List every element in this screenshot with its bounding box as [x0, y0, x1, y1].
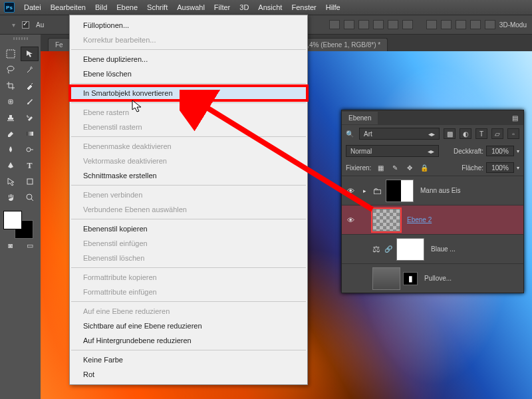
menu-item[interactable]: Ebene duplizieren... [70, 52, 307, 66]
layer-row[interactable]: 👁Ebene 2 [342, 205, 523, 234]
eyedropper-tool[interactable] [21, 78, 39, 93]
menu-filter[interactable]: Filter [214, 3, 230, 11]
mask-thumbnail[interactable]: ▮ [403, 272, 418, 285]
3d-icon-3[interactable] [456, 20, 466, 29]
svg-rect-0 [7, 50, 15, 58]
layer-name[interactable]: Pullove... [422, 275, 521, 282]
filter-pixel-icon[interactable]: ▩ [444, 128, 456, 139]
color-swatch[interactable] [1, 209, 37, 238]
align-icon-3[interactable] [358, 20, 369, 29]
menu-item[interactable]: Keine Farbe [70, 352, 307, 367]
menu-item[interactable]: Schnittmaske erstellen [70, 168, 307, 183]
menu-separator [71, 350, 306, 350]
lock-all-icon[interactable]: 🔒 [419, 163, 430, 172]
crop-tool[interactable] [1, 78, 19, 93]
lock-position-icon[interactable]: ✥ [404, 163, 415, 172]
menu-bild[interactable]: Bild [95, 3, 107, 11]
link-icon: 🔗 [384, 245, 392, 253]
layer-thumbnail[interactable] [386, 180, 414, 202]
distribute-icon-1[interactable] [373, 20, 384, 29]
layer-name[interactable]: Ebene 2 [404, 216, 521, 223]
eraser-tool[interactable] [1, 126, 19, 141]
menu-item[interactable]: Ebene löschen [70, 66, 307, 81]
menu-hilfe[interactable]: Hilfe [326, 3, 340, 11]
menu-bearbeiten[interactable]: Bearbeiten [51, 3, 86, 11]
healing-brush-tool[interactable] [1, 94, 19, 109]
lock-pixels-icon[interactable]: ✎ [390, 163, 400, 172]
menu-separator [71, 267, 306, 268]
stamp-tool[interactable] [1, 110, 19, 125]
filter-type-icon[interactable]: T [475, 128, 487, 139]
menu-fenster[interactable]: Fenster [291, 3, 316, 11]
menu-item: Ebenenstil löschen [70, 251, 307, 265]
menu-auswahl[interactable]: Auswahl [177, 3, 205, 11]
gradient-tool[interactable] [21, 126, 39, 141]
quick-mask-toggle[interactable]: ◙ [1, 239, 19, 251]
panel-menu-icon[interactable]: ▤ [507, 112, 523, 124]
menu-item[interactable]: Rot [70, 367, 307, 382]
lock-transparency-icon[interactable]: ▦ [375, 163, 386, 172]
menu-datei[interactable]: Datei [24, 3, 41, 11]
menu-item: Ebenenstil einfügen [70, 236, 307, 251]
adjustment-icon: ⚖ [372, 244, 380, 254]
align-icon-2[interactable] [344, 20, 354, 29]
3d-icon-2[interactable] [441, 20, 452, 29]
layer-row[interactable]: ⚖🔗Blaue ... [342, 234, 523, 263]
path-select-tool[interactable] [1, 174, 19, 189]
layer-row[interactable]: 👁▸🗀Mann aus Eis [342, 176, 523, 205]
layer-thumbnail[interactable] [372, 267, 400, 290]
distribute-icon-2[interactable] [388, 20, 398, 29]
menu-3d[interactable]: 3D [239, 3, 249, 11]
kind-filter-select[interactable]: Art◂▸ [359, 128, 440, 140]
layer-name[interactable]: Blaue ... [428, 245, 521, 253]
menu-item[interactable]: Ebenenstil kopieren [70, 221, 307, 236]
menu-ebene[interactable]: Ebene [116, 3, 138, 11]
svg-point-4 [27, 148, 31, 152]
layer-thumbnail[interactable] [372, 209, 400, 231]
opacity-value[interactable]: 100% [486, 146, 514, 156]
pen-tool[interactable] [1, 158, 19, 173]
dodge-tool[interactable] [21, 142, 39, 157]
visibility-toggle[interactable]: 👁 [344, 216, 356, 224]
3d-icon-4[interactable] [470, 20, 481, 29]
3d-icon-1[interactable] [426, 20, 437, 29]
menu-schrift[interactable]: Schrift [147, 3, 168, 11]
filter-smart-icon[interactable]: ▫ [507, 128, 519, 139]
screen-mode-toggle[interactable]: ▭ [21, 239, 39, 251]
auto-select-checkbox[interactable] [22, 21, 29, 29]
layer-name[interactable]: Mann aus Eis [418, 187, 521, 194]
align-icon-1[interactable] [329, 20, 340, 29]
foreground-color[interactable] [3, 211, 22, 229]
shape-tool[interactable] [21, 174, 39, 189]
menu-ansicht[interactable]: Ansicht [258, 3, 282, 11]
visibility-toggle[interactable]: 👁 [344, 187, 356, 195]
tab-fe[interactable]: Fe [48, 38, 70, 51]
layer-row[interactable]: ▮Pullove... [342, 263, 523, 293]
filter-shape-icon[interactable]: ▱ [491, 128, 503, 139]
menu-item[interactable]: Auf Hintergrundebene reduzieren [70, 333, 307, 348]
menu-item: Auf eine Ebene reduzieren [70, 304, 307, 319]
menu-item[interactable]: In Smartobjekt konvertieren [70, 86, 307, 100]
hand-tool[interactable] [1, 190, 19, 205]
marquee-tool[interactable] [1, 47, 19, 61]
blur-tool[interactable] [1, 142, 19, 157]
blend-mode-select[interactable]: Normal◂▸ [346, 145, 439, 157]
type-tool[interactable]: T [21, 158, 39, 173]
3d-icon-5[interactable] [485, 20, 495, 29]
fill-value[interactable]: 100% [486, 162, 514, 173]
filter-adjust-icon[interactable]: ◐ [460, 128, 471, 139]
menu-item[interactable]: Fülloptionen... [70, 18, 307, 33]
twirl-icon[interactable]: ▸ [360, 188, 368, 194]
menu-item[interactable]: Sichtbare auf eine Ebene reduzieren [70, 319, 307, 333]
magic-wand-tool[interactable] [21, 63, 39, 77]
move-tool[interactable] [21, 47, 39, 61]
brush-tool[interactable] [21, 94, 39, 109]
layer-thumbnail[interactable] [396, 238, 424, 261]
zoom-tool[interactable] [21, 190, 39, 205]
distribute-icon-3[interactable] [402, 20, 413, 29]
history-brush-tool[interactable] [21, 110, 39, 125]
lasso-tool[interactable] [1, 63, 19, 77]
layers-panel: Ebenen ▤ 🔍 Art◂▸ ▩ ◐ T ▱ ▫ Normal◂▸ Deck… [341, 110, 524, 293]
menu-separator [71, 102, 306, 103]
layers-tab[interactable]: Ebenen [342, 112, 378, 124]
